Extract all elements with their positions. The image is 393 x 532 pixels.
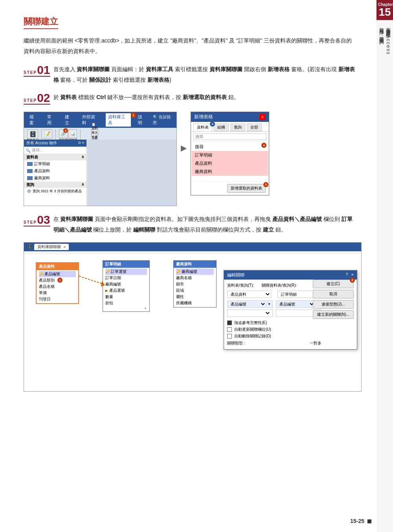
order-row-vendor: 廠商編號 [105,281,147,287]
rel-left-field-select[interactable]: 產品編號 [229,302,266,307]
step02-num: 02 [37,91,50,104]
dialog-tab-query[interactable]: 查詢 [230,123,245,131]
nav-tables-expand[interactable]: ∧ [81,155,84,160]
order-table-header: 訂單明細 [103,261,149,268]
rel-left-field-empty [227,309,273,317]
order-row-scroll: ▼ [105,306,147,311]
join-type-btn[interactable]: 連接型態(J)... [313,300,354,309]
db-relationship-screenshot: 🗄️ 資料庫關聯圖 × 產品資料 🔑 產品編號 產品類別 1 [24,242,362,392]
referential-checkbox[interactable] [227,320,232,325]
search-icon: 🔍 [26,148,30,153]
nav-header: 所有 Access 物件 ⊙ « [24,140,86,147]
nav-item-vendor[interactable]: 廠商資料 [24,175,86,182]
db-window-icon: 🗄️ [27,244,33,249]
dialog-tab-table[interactable]: 資料表 3 [193,123,212,131]
rel-left-label: 資料表/查詢(T): [227,283,259,288]
create-relation-btn[interactable]: 建立(C) 2 [313,280,354,288]
nav-search[interactable]: 🔍 搜尋... [24,147,86,154]
nav-item-product-label: 產品資料 [34,168,50,174]
svg-line-0 [79,276,103,284]
chapter-sidebar: Chapter 15 零售管理資料庫／Access資料排序、篩選與查詢 [376,0,393,532]
obj-dep-btn[interactable]: 📊 [68,129,77,138]
nav-expand[interactable]: ⊙ « [78,140,84,146]
tab-help[interactable]: 說明 [136,113,149,127]
vendor-row-id: 🔑 廠商編號 [176,269,214,275]
fk-icon-order: ▶ [105,289,108,293]
product-field-num: 產品編號 [44,271,60,277]
step03-content: 在 資料庫關聯圖 頁面中會顯示剛剛指定的資料表。如下圖先拖曳排列三個資料表，再拖… [53,214,357,235]
edit-rel-close[interactable]: × [351,272,354,278]
product-row-date: 刊登日 [39,296,76,302]
vendor-table-card: 廠商資料 🔑 廠商編號 廠商名稱 縣市 區域 屬性 所屬機構 [173,260,217,307]
tab-db-tools[interactable]: 資料庫工具 1 [106,113,131,127]
tab-home[interactable]: 常用 [45,113,58,127]
badge-2: 2 [63,128,68,133]
order-field-num: 訂單選號 [111,269,127,274]
vendor-row-region: 區域 [176,287,214,294]
chapter-sidebar-text: 零售管理資料庫／Access資料排序、篩選與查詢 [378,24,391,55]
step03-num: 03 [37,213,50,226]
doc-gen-btn[interactable]: 📋 資料庫文件產生器 [91,129,98,136]
vendor-table-header: 廠商資料 [174,261,216,268]
nav-item-product[interactable]: 產品資料 [24,168,86,175]
access-main-area [87,140,176,206]
nav-title: 所有 Access 物件 [26,140,57,146]
edit-rel-win-controls: ? × [345,272,354,278]
dialog-title: 新增表格 [194,114,213,120]
edit-rel-help[interactable]: ? [345,272,348,278]
order-table-body: 🔑 訂單選號 訂單日期 廠商編號 ▶ 產品選號 數量 折扣 ▼ [103,268,149,311]
rel-left-table-select[interactable]: 產品資料 [227,291,271,298]
step02-content: 於 資料表 標籤按 Ctrl 鍵不放──選按所有資料表，按 新增選取的資料表 鈕… [53,92,239,103]
cascade-delete-label: 自動刪除關聯記錄(D) [234,333,271,339]
step-02-block: STEP02 於 資料表 標籤按 Ctrl 鍵不放──選按所有資料表，按 新增選… [24,92,357,105]
nav-tables-section: 資料表 ∧ [24,154,86,160]
rel-check-update: 自動更新關聯欄位(U) [227,327,321,332]
db-tab[interactable]: 資料庫關聯圖 × [34,244,69,250]
nav-item-order[interactable]: 訂單明細 [24,160,86,168]
dialog-list-item-product[interactable]: 產品資料 [192,159,268,168]
dialog-tab-structure[interactable]: 結構 [214,123,229,131]
analysis-btns: 📋 資料庫文件產生器 [91,129,98,136]
rel-check-delete: 自動刪除關聯記錄(D) [227,333,321,339]
rel-left-dropdown-icon: ▼ [268,302,271,306]
vendor-row-city: 縣市 [176,281,214,287]
step01-02-screenshots: 檔案 常用 建立 外部資料 資料庫工具 1 說明 🔍 告訴我您 🗄️ 瀏覽及修復… [24,112,357,206]
product-row-price: 單價 [39,290,76,296]
order-table-card: 訂單明細 🔑 訂單選號 訂單日期 廠商編號 ▶ 產品選號 數量 折扣 ▼ [103,260,150,312]
dialog-tab-all[interactable]: 全部 [247,123,262,131]
cascade-delete-checkbox[interactable] [227,334,232,339]
rel-action-buttons: 建立(C) 2 取消 連接型態(J)... 建立新的關聯(N)... [313,280,354,319]
referential-label: 強迫參考完整性(E) [234,320,267,326]
rel-field-row-empty [227,309,321,317]
chapter-box: Chapter 15 [376,0,393,20]
dialog-close-btn[interactable]: × [259,114,266,120]
tab-file[interactable]: 檔案 [27,113,40,127]
nav-queries-expand[interactable]: ∧ [81,182,84,188]
add-selected-tables-btn[interactable]: 新增選取的資料表 5 [227,184,266,193]
order-row-qty: 數量 [105,294,147,300]
dialog-list-item-search[interactable]: 搜尋 [192,143,268,151]
dialog-search-area [191,132,269,142]
cancel-relation-btn[interactable]: 取消 [313,290,354,298]
new-relation-btn[interactable]: 建立新的關聯(N)... [313,310,354,319]
product-row-cat: 產品類別 1 [39,277,76,283]
tab-create[interactable]: 建立 [62,113,75,127]
rel-left-field-empty-select[interactable] [229,311,271,316]
rel-type-value: 一對多 [310,341,321,346]
step01-label: STEP [24,70,37,75]
rel-table-selects: 產品資料 訂單明細 [227,291,321,298]
cascade-update-checkbox[interactable] [227,327,232,332]
rel-table-labels: 資料表/查詢(T): 關聯資料表/查詢(R): [227,283,321,288]
dialog-list-item-vendor[interactable]: 廠商資料 [192,168,268,176]
step01-num: 01 [37,63,50,76]
rel-right-field-select[interactable]: 產品編號 [278,302,315,307]
nav-item-query1[interactable]: ⚙ 查詢 2021 年 3 月份到貨的產品 [24,188,86,195]
access-ui-screenshot: 檔案 常用 建立 外部資料 資料庫工具 1 說明 🔍 告訴我您 🗄️ 瀏覽及修復… [24,112,177,206]
key-icon-order: 🔑 [105,270,110,274]
section-title: 關聯建立 [24,16,58,29]
dialog-list-item-order[interactable]: 訂單明細 [192,151,268,159]
dialog-search-input[interactable] [193,133,266,140]
rel-btn[interactable]: 🔗 2 [59,129,68,138]
db-tab-close[interactable]: × [64,245,66,249]
vendor-row-name: 廠商名稱 [176,275,214,281]
